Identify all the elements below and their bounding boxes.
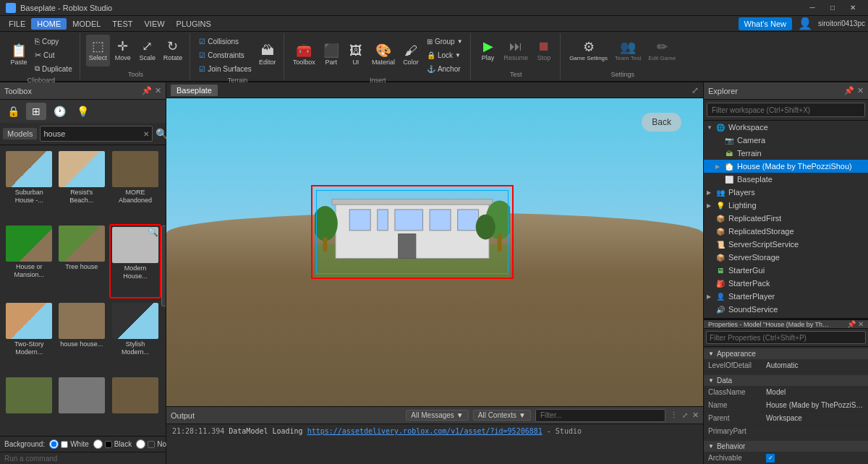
cut-button[interactable]: ✂ Cut	[32, 48, 75, 61]
bg-black-radio[interactable]	[93, 439, 103, 449]
tree-item-replicatedfirst[interactable]: 📦 ReplicatedFirst	[704, 212, 868, 225]
output-options-icon[interactable]: ⋮	[670, 411, 678, 420]
collisions-button[interactable]: ☑ Collisions	[196, 35, 255, 48]
tab-marketplace[interactable]: ⊞	[26, 103, 46, 120]
tree-item-startergui[interactable]: 🖥 StarterGui	[704, 264, 868, 277]
bg-black-option[interactable]: Black	[93, 439, 132, 449]
prop-pin-icon[interactable]: 📌	[847, 320, 856, 328]
prop-row-primarypart[interactable]: PrimaryPart	[704, 425, 868, 438]
ui-button[interactable]: 🖼 UI	[344, 39, 367, 71]
stop-button[interactable]: ⏹ Stop	[532, 35, 556, 66]
output-close-icon[interactable]: ✕	[692, 411, 699, 420]
tree-item-serverstorage[interactable]: 📦 ServerStorage	[704, 251, 868, 264]
tab-recent[interactable]: 🕐	[49, 103, 69, 120]
all-contexts-dropdown[interactable]: All Contexts ▼	[473, 410, 531, 421]
menu-file[interactable]: FILE	[3, 18, 31, 30]
properties-filter-input[interactable]	[706, 331, 866, 344]
join-surfaces-button[interactable]: ☑ Join Surfaces	[196, 62, 255, 75]
part-button[interactable]: ⬛ Part	[320, 39, 343, 71]
search-input[interactable]	[43, 129, 143, 138]
starterplayer-arrow[interactable]: ▶	[707, 293, 715, 300]
tree-item-baseplate[interactable]: ⬜ Baseplate	[704, 173, 868, 186]
output-expand-icon[interactable]: ⤢	[682, 411, 688, 419]
anchor-button[interactable]: ⚓ Anchor	[424, 62, 466, 75]
bg-white-radio[interactable]	[49, 439, 59, 449]
viewport-tab[interactable]: Baseplate	[171, 85, 218, 96]
back-button[interactable]: Back	[642, 113, 681, 132]
list-item[interactable]: Stylish Modern...	[109, 301, 161, 373]
tree-item-terrain[interactable]: 🏔 Terrain	[704, 147, 868, 160]
all-messages-dropdown[interactable]: All Messages ▼	[406, 410, 468, 421]
archivable-check[interactable]: ✓	[766, 454, 775, 463]
tree-item-players[interactable]: ▶ 👥 Players	[704, 186, 868, 199]
appearance-header[interactable]: ▼ Appearance	[704, 348, 868, 359]
players-arrow[interactable]: ▶	[707, 189, 715, 196]
close-button[interactable]: ✕	[843, 1, 862, 14]
tree-item-serverscriptservice[interactable]: 📜 ServerScriptService	[704, 238, 868, 251]
data-header[interactable]: ▼ Data	[704, 375, 868, 386]
maximize-button[interactable]: □	[823, 1, 842, 14]
list-item[interactable]: house house...	[57, 301, 107, 373]
search-clear-icon[interactable]: ✕	[143, 130, 149, 138]
behavior-header[interactable]: ▼ Behavior	[704, 441, 868, 452]
list-item[interactable]: MORE Abandoned	[109, 150, 161, 221]
prop-row-archivable[interactable]: Archivable ✓	[704, 452, 868, 464]
list-item[interactable]: Resist's Beach...	[57, 150, 107, 221]
team-test-button[interactable]: 👥 Team Test	[612, 35, 644, 66]
rotate-button[interactable]: ↻ Rotate	[161, 35, 186, 66]
whatsnew-button[interactable]: What's New	[739, 17, 792, 30]
move-button[interactable]: ✛ Move	[111, 35, 135, 66]
prop-row-name[interactable]: Name House (Made by ThePozziShou)	[704, 399, 868, 412]
tree-item-workspace[interactable]: ▼ 🌐 Workspace	[704, 121, 868, 134]
titlebar-controls[interactable]: ─ □ ✕	[803, 1, 862, 14]
editor-button[interactable]: 🏔 Editor	[256, 39, 279, 71]
lock-button[interactable]: 🔒 Lock ▼	[424, 48, 466, 61]
color-button[interactable]: 🖌 Color	[399, 39, 422, 71]
explorer-filter-input[interactable]	[707, 103, 865, 117]
menu-model[interactable]: MODEL	[67, 18, 106, 30]
list-item[interactable]: Two-Story Modern...	[4, 301, 54, 373]
tree-item-starterplayer[interactable]: ▶ 👤 StarterPlayer	[704, 290, 868, 303]
tree-item-house[interactable]: ▶ 🏠 House (Made by ThePozziShou)	[704, 160, 868, 173]
menu-home[interactable]: HOME	[31, 18, 67, 30]
models-dropdown[interactable]: Models	[3, 128, 37, 139]
prop-row-levelofdetail[interactable]: LevelOfDetail Automatic	[704, 359, 868, 372]
toolbox-close-icon[interactable]: ✕	[155, 86, 161, 95]
house-arrow[interactable]: ▶	[715, 163, 724, 170]
toolbox-pin-icon[interactable]: 📌	[142, 86, 152, 95]
menu-view[interactable]: VIEW	[138, 18, 170, 30]
list-item[interactable]	[109, 376, 161, 431]
menu-test[interactable]: TEST	[106, 18, 138, 30]
tree-item-starterpack[interactable]: 🎒 StarterPack	[704, 277, 868, 290]
menu-plugins[interactable]: PLUGINS	[171, 18, 217, 30]
resume-button[interactable]: ⏭ Resume	[501, 35, 532, 66]
explorer-pin-icon[interactable]: 📌	[844, 86, 854, 95]
copy-button[interactable]: ⎘ Copy	[32, 35, 75, 48]
expand-button[interactable]: ⤢	[692, 85, 699, 95]
bg-none-radio[interactable]	[136, 439, 145, 449]
material-button[interactable]: 🎨 Material	[369, 39, 398, 71]
workspace-arrow[interactable]: ▼	[707, 124, 715, 131]
game-settings-button[interactable]: ⚙ Game Settings	[566, 35, 610, 66]
log-link[interactable]: https://assetdelivery.roblox.com/v1/asse…	[307, 427, 542, 435]
prop-row-classname[interactable]: ClassName Model	[704, 386, 868, 399]
output-filter-input[interactable]	[535, 409, 665, 422]
prop-close-icon[interactable]: ✕	[858, 320, 864, 328]
lighting-arrow[interactable]: ▶	[707, 202, 715, 209]
toolbox-button[interactable]: 🧰 Toolbox	[290, 39, 318, 71]
list-item[interactable]: Tree house	[57, 224, 107, 298]
group-button[interactable]: ⊞ Group ▼	[424, 35, 466, 48]
play-button[interactable]: ▶ Play	[477, 35, 500, 66]
tree-item-camera[interactable]: 📷 Camera	[704, 134, 868, 147]
scale-button[interactable]: ⤢ Scale	[136, 35, 159, 66]
prop-row-parent[interactable]: Parent Workspace	[704, 412, 868, 425]
explorer-close-icon[interactable]: ✕	[857, 86, 864, 95]
tree-item-lighting[interactable]: ▶ 💡 Lighting	[704, 199, 868, 212]
edit-game-button[interactable]: ✏ Edit Game	[645, 35, 678, 66]
constraints-button[interactable]: ☑ Constraints	[196, 48, 255, 61]
tab-suggestions[interactable]: 💡	[72, 103, 93, 120]
bg-white-option[interactable]: White	[49, 439, 89, 449]
list-item[interactable]	[4, 376, 54, 431]
list-item[interactable]: Suburban House -...	[4, 150, 54, 221]
list-item[interactable]	[57, 376, 107, 431]
